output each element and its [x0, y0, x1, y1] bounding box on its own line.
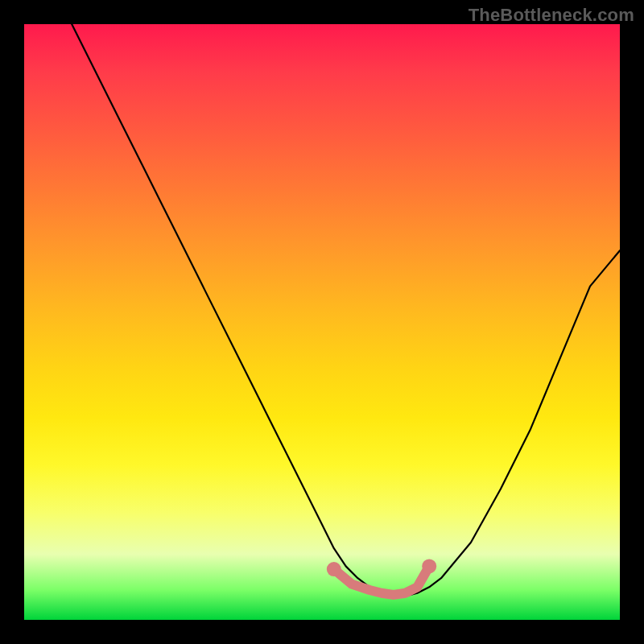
- bottleneck-curve-line: [72, 24, 620, 596]
- marker-path: [334, 566, 429, 595]
- chart-svg: [24, 24, 620, 620]
- optimal-range-marker: [327, 559, 436, 595]
- plot-area: [24, 24, 620, 620]
- chart-frame: TheBottleneck.com: [0, 0, 644, 644]
- marker-start-dot: [327, 562, 341, 576]
- curve-path: [72, 24, 620, 596]
- marker-end-dot: [422, 559, 436, 573]
- watermark-text: TheBottleneck.com: [469, 5, 634, 26]
